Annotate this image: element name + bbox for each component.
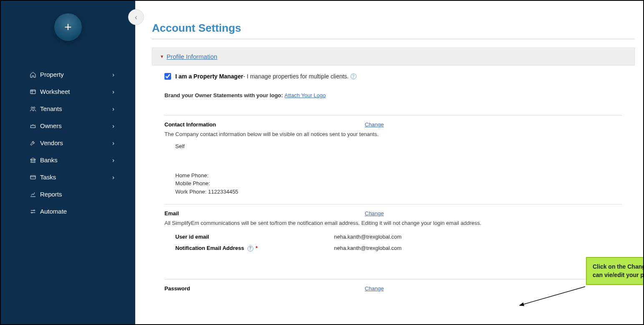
chevron-left-icon: ‹ [135, 13, 137, 22]
sidebar-item-automate[interactable]: Automate [1, 203, 135, 220]
sidebar-item-label: Banks [40, 156, 58, 164]
sidebar-item-label: Vendors [40, 139, 63, 146]
contact-heading-row: Contact Information Change [164, 116, 622, 131]
sidebar-item-label: Reports [40, 191, 62, 198]
help-icon[interactable]: ? [351, 73, 356, 79]
chevron-right-icon: › [112, 106, 114, 112]
page-title: Account Settings [152, 22, 635, 35]
sidebar-item-property[interactable]: Property › [1, 66, 135, 83]
profile-section-header[interactable]: ▼ Profile Information [152, 48, 635, 66]
sidebar-item-tasks[interactable]: Tasks › [1, 169, 135, 186]
crown-icon [29, 122, 37, 130]
sidebar-item-reports[interactable]: Reports [1, 186, 135, 203]
help-icon[interactable]: ? [247, 246, 253, 252]
home-phone-label: Home Phone: [175, 172, 209, 179]
property-manager-row: I am a Property Manager - I manage prope… [164, 73, 622, 80]
sidebar-item-owners[interactable]: Owners › [1, 117, 135, 134]
sidebar-item-label: Property [40, 71, 64, 78]
chevron-right-icon: › [112, 174, 114, 181]
property-manager-label: I am a Property Manager [175, 73, 243, 80]
chevron-right-icon: › [112, 140, 114, 146]
wrench-icon [29, 139, 37, 147]
userid-email-label: User id email [175, 234, 334, 240]
userid-email-value: neha.kanth@trexglobal.com [334, 234, 402, 240]
email-change-link[interactable]: Change [365, 210, 384, 217]
sidebar-item-worksheet[interactable]: Worksheet › [1, 83, 135, 100]
sidebar-item-label: Tasks [40, 174, 56, 181]
contact-heading: Contact Information [164, 121, 365, 128]
svg-rect-0 [30, 90, 35, 93]
svg-point-5 [31, 212, 33, 213]
plus-icon: + [64, 20, 72, 34]
caret-down-icon: ▼ [160, 54, 164, 59]
sidebar-item-vendors[interactable]: Vendors › [1, 134, 135, 151]
required-star: * [255, 245, 258, 251]
main-content: Account Settings ▼ Profile Information I… [135, 1, 643, 324]
brand-logo-row: Brand your Owner Statements with your lo… [164, 92, 622, 98]
notification-email-row: Notification Email Address ? * neha.kant… [175, 242, 622, 254]
bank-icon [29, 156, 37, 164]
profile-section-body: I am a Property Manager - I manage prope… [152, 66, 635, 302]
work-phone: Work Phone: 1122334455 [175, 188, 622, 196]
notification-email-label: Notification Email Address ? * [175, 245, 334, 252]
chart-icon [29, 191, 37, 198]
email-heading-row: Email Change [164, 204, 622, 220]
contact-description: The Company contact information below wi… [164, 131, 622, 137]
sidebar-item-banks[interactable]: Banks › [1, 151, 135, 169]
profile-information-link[interactable]: Profile Information [167, 53, 217, 60]
add-button[interactable]: + [54, 13, 82, 41]
property-manager-checkbox[interactable] [164, 73, 171, 80]
attach-logo-link[interactable]: Attach Your Logo [284, 92, 326, 98]
svg-point-4 [33, 210, 35, 211]
worksheet-icon [29, 88, 37, 96]
email-description: All SimplifyEm communications will be se… [164, 220, 622, 226]
home-icon [29, 71, 37, 78]
sliders-icon [29, 208, 37, 215]
sidebar-item-label: Automate [40, 208, 67, 215]
contact-self: Self [175, 142, 622, 151]
people-icon [29, 105, 37, 113]
password-change-link[interactable]: Change [365, 285, 384, 292]
home-phone: Home Phone: [175, 171, 622, 180]
sidebar-item-tenants[interactable]: Tenants › [1, 100, 135, 117]
password-heading: Password [164, 285, 365, 292]
sidebar-item-label: Owners [40, 122, 62, 129]
contact-change-link[interactable]: Change [365, 121, 384, 128]
svg-point-1 [31, 107, 33, 108]
email-table: User id email neha.kanth@trexglobal.com … [175, 231, 622, 254]
userid-email-row: User id email neha.kanth@trexglobal.com [175, 231, 622, 242]
svg-point-2 [33, 107, 35, 108]
collapse-sidebar-button[interactable]: ‹ [128, 9, 144, 25]
svg-line-6 [523, 287, 585, 305]
work-phone-value: 1122334455 [208, 189, 238, 195]
svg-rect-3 [30, 176, 35, 179]
sidebar-item-label: Tenants [40, 105, 62, 112]
work-phone-label: Work Phone: [175, 189, 207, 195]
mobile-phone: Mobile Phone: [175, 179, 622, 188]
chevron-right-icon: › [112, 157, 114, 164]
card-icon [29, 174, 37, 181]
sidebar-item-label: Worksheet [40, 88, 70, 95]
mobile-phone-label: Mobile Phone: [175, 180, 210, 186]
brand-label: Brand your Owner Statements with your lo… [164, 92, 284, 98]
annotation-arrow [518, 285, 589, 310]
chevron-right-icon: › [112, 123, 114, 129]
chevron-right-icon: › [112, 71, 114, 78]
email-heading: Email [164, 210, 365, 217]
sidebar: + Property › Worksheet › Tenants › Owner… [1, 1, 135, 324]
property-manager-desc: - I manage properties for multiple clien… [243, 73, 349, 80]
divider [152, 39, 635, 39]
chevron-right-icon: › [112, 88, 114, 95]
notification-email-value: neha.kanth@trexglobal.com [334, 245, 402, 252]
annotation-callout: Click on the Change link and you can vie… [586, 257, 643, 285]
